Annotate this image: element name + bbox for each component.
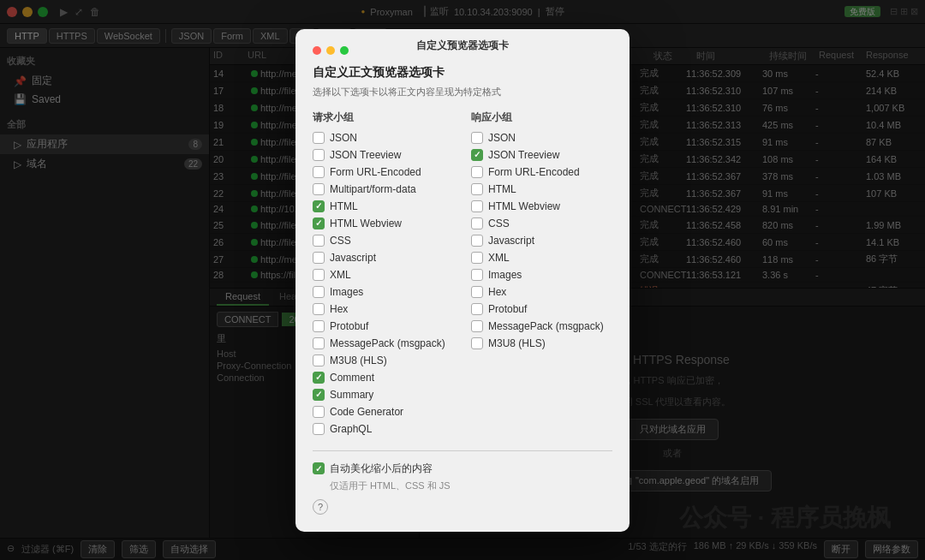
modal-response-item: Images (471, 269, 612, 281)
modal-checkbox-label: Images (488, 269, 522, 281)
modal-request-item: JSON Treeview (313, 149, 454, 161)
modal-desc: 选择以下选项卡以将正文内容呈现为特定格式 (313, 86, 612, 98)
modal-checkbox[interactable] (313, 269, 325, 281)
modal-request-item: HTML (313, 200, 454, 212)
modal-checkbox[interactable] (313, 235, 325, 247)
modal-request-item: Multipart/form-data (313, 183, 454, 195)
modal-min-dot[interactable] (326, 46, 335, 55)
modal-request-item: JSON (313, 132, 454, 144)
modal-checkbox[interactable] (471, 217, 483, 229)
modal-checkbox-label: Hex (488, 286, 506, 298)
modal-response-title: 响应小组 (471, 110, 612, 125)
modal-checkbox[interactable] (313, 423, 325, 435)
modal-checkbox-label: JSON Treeview (330, 149, 401, 161)
modal-checkbox-label: Javascript (330, 252, 376, 264)
modal-checkbox[interactable] (471, 303, 483, 315)
modal-checkbox-label: HTML Webview (330, 217, 402, 229)
modal-checkbox[interactable] (471, 132, 483, 144)
modal-response-item: HTML Webview (471, 200, 612, 212)
modal-checkbox-label: JSON Treeview (488, 149, 559, 161)
modal-checkbox[interactable] (313, 217, 325, 229)
auto-beautify-checkbox[interactable] (313, 462, 325, 474)
modal-checkbox[interactable] (313, 389, 325, 401)
modal-auto-beautify: 自动美化缩小后的内容 (313, 462, 612, 476)
modal-checkbox[interactable] (313, 200, 325, 212)
modal-response-item: Form URL-Encoded (471, 166, 612, 178)
modal-columns: 请求小组 JSONJSON TreeviewForm URL-EncodedMu… (313, 110, 612, 440)
modal-overlay: 自定义预览器选项卡 自定义正文预览器选项卡 选择以下选项卡以将正文内容呈现为特定… (0, 0, 925, 560)
modal-checkbox-label: Protobuf (488, 303, 527, 315)
modal-checkbox-label: Form URL-Encoded (330, 166, 421, 178)
modal-response-item: XML (471, 252, 612, 264)
modal-checkbox-label: CSS (330, 235, 351, 247)
modal-checkbox[interactable] (313, 337, 325, 349)
modal-checkbox-label: XML (330, 269, 351, 281)
modal-checkbox[interactable] (471, 320, 483, 332)
modal-request-item: Summary (313, 389, 454, 401)
modal-checkbox[interactable] (313, 166, 325, 178)
modal-checkbox[interactable] (313, 132, 325, 144)
modal-response-column: 响应小组 JSONJSON TreeviewForm URL-EncodedHT… (471, 110, 612, 440)
modal-response-item: CSS (471, 217, 612, 229)
modal-response-item: M3U8 (HLS) (471, 337, 612, 349)
modal-help-button[interactable]: ? (313, 499, 328, 515)
modal-checkbox-label: Comment (330, 372, 374, 384)
modal-checkbox-label: Javascript (488, 235, 534, 247)
modal-checkbox[interactable] (313, 286, 325, 298)
modal-request-column: 请求小组 JSONJSON TreeviewForm URL-EncodedMu… (313, 110, 454, 440)
modal-checkbox[interactable] (471, 166, 483, 178)
modal-checkbox-label: Code Generator (330, 406, 403, 418)
request-checkboxes: JSONJSON TreeviewForm URL-EncodedMultipa… (313, 132, 454, 435)
modal-checkbox[interactable] (471, 183, 483, 195)
modal-checkbox-label: JSON (330, 132, 357, 144)
modal-request-item: Images (313, 286, 454, 298)
modal-request-item: Protobuf (313, 320, 454, 332)
modal-checkbox-label: Protobuf (330, 320, 368, 332)
modal-checkbox[interactable] (313, 149, 325, 161)
modal-response-item: MessagePack (msgpack) (471, 320, 612, 332)
modal-checkbox-label: XML (488, 252, 510, 264)
modal-request-item: XML (313, 269, 454, 281)
modal-header-title: 自定义预览器选项卡 (416, 39, 509, 53)
modal-traffic-lights: 自定义预览器选项卡 (313, 46, 612, 55)
modal-checkbox[interactable] (471, 200, 483, 212)
modal-checkbox-label: Summary (330, 389, 373, 401)
modal-checkbox[interactable] (471, 269, 483, 281)
modal-hint: 仅适用于 HTML、CSS 和 JS (330, 480, 612, 492)
modal-checkbox-label: HTML Webview (488, 200, 560, 212)
modal-response-item: Javascript (471, 235, 612, 247)
modal-checkbox[interactable] (313, 406, 325, 418)
modal-response-item: Hex (471, 286, 612, 298)
modal-checkbox[interactable] (471, 252, 483, 264)
modal-request-item: Hex (313, 303, 454, 315)
modal-checkbox-label: GraphQL (330, 423, 372, 435)
modal-checkbox-label: M3U8 (HLS) (330, 354, 387, 366)
modal-checkbox[interactable] (313, 303, 325, 315)
modal-checkbox[interactable] (313, 372, 325, 384)
modal-max-dot[interactable] (340, 46, 349, 55)
modal-response-item: Protobuf (471, 303, 612, 315)
modal-response-item: JSON Treeview (471, 149, 612, 161)
modal-checkbox[interactable] (471, 149, 483, 161)
modal-request-title: 请求小组 (313, 110, 454, 125)
modal-checkbox-label: HTML (330, 200, 358, 212)
modal-response-item: JSON (471, 132, 612, 144)
modal-request-item: Comment (313, 372, 454, 384)
modal-title: 自定义正文预览器选项卡 (313, 65, 612, 80)
modal-checkbox-label: M3U8 (HLS) (488, 337, 546, 349)
modal-checkbox[interactable] (471, 235, 483, 247)
modal-checkbox[interactable] (313, 183, 325, 195)
modal-request-item: Code Generator (313, 406, 454, 418)
modal-close-dot[interactable] (313, 46, 321, 55)
modal-checkbox[interactable] (313, 320, 325, 332)
modal-checkbox[interactable] (313, 354, 325, 366)
modal-checkbox[interactable] (313, 252, 325, 264)
modal-dialog: 自定义预览器选项卡 自定义正文预览器选项卡 选择以下选项卡以将正文内容呈现为特定… (295, 29, 630, 532)
modal-request-item: Form URL-Encoded (313, 166, 454, 178)
modal-checkbox[interactable] (471, 286, 483, 298)
response-checkboxes: JSONJSON TreeviewForm URL-EncodedHTMLHTM… (471, 132, 612, 349)
modal-checkbox-label: Multipart/form-data (330, 183, 416, 195)
modal-checkbox[interactable] (471, 337, 483, 349)
modal-checkbox-label: MessagePack (msgpack) (330, 337, 445, 349)
modal-request-item: CSS (313, 235, 454, 247)
